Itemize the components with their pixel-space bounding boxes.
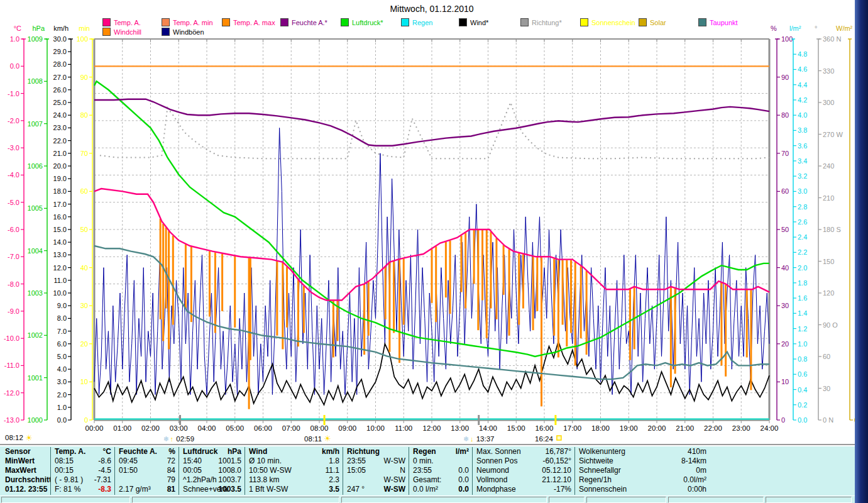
svg-text:3.2: 3.2	[798, 172, 807, 180]
status-panel	[341, 497, 547, 503]
svg-text:0.8: 0.8	[798, 355, 807, 363]
svg-text:1.0: 1.0	[798, 340, 807, 348]
svg-text:20: 20	[781, 340, 789, 348]
svg-text:18.0: 18.0	[53, 187, 67, 195]
y-axis-C: °C1.00.0-1.0-2.0-3.0-4.0-5.0-6.0-7.0-8.0…	[4, 25, 26, 424]
table-row: MaxWert	[1, 466, 50, 475]
svg-text:13:37: 13:37	[476, 435, 495, 443]
table-column-luftdruck: LuftdruckhPa15:401001.500:051008.0^1.2hP…	[179, 447, 245, 495]
table-row: W-SW	[343, 475, 409, 485]
svg-text:03:00: 03:00	[170, 424, 188, 432]
status-panel	[668, 497, 764, 503]
svg-text:08:00: 08:00	[310, 424, 329, 432]
svg-text:24:00: 24:00	[761, 424, 779, 432]
richtung-series	[100, 102, 769, 158]
table-row: 1 Bft W-SW3.5	[245, 485, 343, 494]
svg-text:-5.0: -5.0	[8, 199, 19, 206]
svg-text:-7.0: -7.0	[8, 253, 19, 260]
svg-text:4.0: 4.0	[798, 111, 807, 119]
svg-text:120: 120	[823, 289, 834, 297]
table-row: Sensor	[1, 447, 50, 456]
table-row: 00:051008.0	[179, 466, 245, 475]
table-column-wind: Windkm/hØ 10 min.1.810:50 W-SW11.1113.8 …	[244, 447, 343, 495]
table-row: LuftdruckhPa	[179, 447, 245, 456]
table-row: 00:15-4.5	[51, 466, 115, 475]
svg-text:4.4: 4.4	[798, 81, 807, 89]
svg-text:60: 60	[80, 187, 88, 195]
table-row: 2.17 g/m³81	[115, 485, 179, 494]
svg-text:20: 20	[80, 340, 88, 348]
svg-text:00:00: 00:00	[85, 424, 104, 432]
svg-text:6.0: 6.0	[57, 340, 67, 348]
table-row: F: 81 %-8.3	[51, 485, 115, 494]
svg-text:1006: 1006	[28, 162, 43, 170]
table-row: 0 min.	[409, 456, 473, 466]
svg-text:1001: 1001	[28, 374, 43, 382]
y-axis-H: %1009080706050403020100	[771, 25, 793, 424]
svg-text:09:00: 09:00	[338, 424, 356, 432]
svg-text:300: 300	[823, 99, 834, 106]
svg-text:17:00: 17:00	[563, 424, 581, 432]
svg-text:25.0: 25.0	[53, 99, 67, 106]
window-edge	[855, 0, 868, 503]
table-row: Sonnen Pos-60,152°	[473, 456, 575, 466]
table-row: ( - 9.81 )-7.31	[51, 475, 115, 485]
svg-text:↓: ↓	[470, 435, 474, 443]
table-column-richtung: Richtung23:55W-SW15:05NW-SW247 °W-SW	[343, 447, 409, 495]
table-row: 113.8 km2.3	[245, 475, 343, 485]
svg-text:1004: 1004	[28, 247, 43, 255]
svg-text:01:00: 01:00	[113, 424, 131, 432]
svg-text:80: 80	[781, 111, 789, 119]
svg-text:17.0: 17.0	[53, 201, 67, 208]
table-row: 01:5084	[115, 466, 179, 475]
svg-text:-6.0: -6.0	[8, 226, 19, 233]
table-row: Schnee+verä1003.5	[179, 485, 245, 494]
svg-text:1.0: 1.0	[10, 35, 19, 43]
svg-text:12:00: 12:00	[423, 424, 441, 432]
svg-text:4.6: 4.6	[798, 65, 807, 73]
svg-text:4.0: 4.0	[57, 365, 67, 373]
svg-text:1000: 1000	[28, 416, 43, 424]
svg-text:2.0: 2.0	[798, 264, 807, 272]
svg-text:16.0: 16.0	[53, 213, 67, 221]
y-axis-R: l/m²4.84.64.44.24.03.83.63.43.23.02.82.6…	[789, 25, 807, 424]
svg-text:10.0: 10.0	[53, 289, 67, 297]
svg-text:1008: 1008	[28, 77, 43, 85]
time-marker: ❄↑02:59	[163, 435, 194, 443]
table-row: ^1.2hPa/h1003.7	[179, 475, 245, 485]
svg-text:23:00: 23:00	[732, 424, 750, 432]
svg-text:7.0: 7.0	[57, 328, 67, 335]
svg-text:06:00: 06:00	[254, 424, 272, 432]
svg-text:08:12: 08:12	[5, 434, 23, 441]
svg-text:2.4: 2.4	[798, 233, 807, 241]
table-row: 247 °W-SW	[343, 485, 409, 494]
svg-text:24.0: 24.0	[53, 111, 67, 119]
svg-text:1005: 1005	[28, 204, 43, 212]
svg-text:90: 90	[80, 74, 88, 81]
svg-text:30.0: 30.0	[53, 35, 67, 43]
svg-text:13:00: 13:00	[451, 424, 469, 432]
time-marker: ❄↓13:37	[463, 435, 494, 443]
table-row: Schneefallgr0m	[575, 466, 710, 475]
table-row: 23:550.0	[409, 466, 473, 475]
svg-text:5.0: 5.0	[57, 353, 67, 360]
svg-text:2.2: 2.2	[798, 248, 807, 256]
svg-text:90: 90	[781, 74, 789, 81]
svg-text:-1.0: -1.0	[8, 90, 19, 97]
table-row: Temp. A.°C	[51, 447, 115, 456]
svg-text:4.8: 4.8	[798, 50, 807, 58]
weather-day-chart: 00:0001:0002:0003:0004:0005:0006:0007:00…	[0, 0, 868, 446]
svg-text:30: 30	[823, 385, 830, 392]
svg-text:30: 30	[781, 302, 789, 309]
svg-text:1.4: 1.4	[798, 309, 807, 317]
svg-text:0.0: 0.0	[10, 62, 19, 70]
svg-text:50: 50	[80, 226, 88, 233]
y-axis-D: °360 N330300270 W240210180 S15012090 O60…	[815, 25, 843, 424]
svg-text:-11.0: -11.0	[4, 362, 19, 369]
table-column-row-labels: SensorMinWertMaxWertDurchschnitt01.12. 2…	[1, 447, 50, 495]
svg-text:240: 240	[823, 162, 834, 170]
svg-text:90 O: 90 O	[823, 321, 838, 329]
svg-text:°: °	[815, 25, 817, 32]
svg-text:15.0: 15.0	[53, 226, 67, 233]
svg-text:0.2: 0.2	[798, 401, 807, 409]
